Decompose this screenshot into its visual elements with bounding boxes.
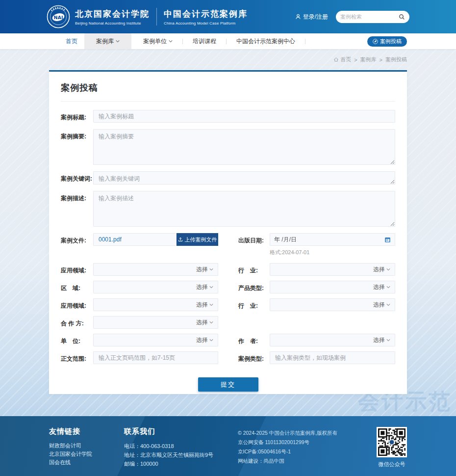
author-select[interactable]: 选择 [270,334,395,346]
application-field2-label: 应用领域: [61,298,93,311]
qr-code [378,428,405,456]
breadcrumb: 首页 > 案例库 > 案例投稿 [49,49,407,70]
svg-text:NAI: NAI [54,15,63,20]
chevron-down-icon [209,285,213,289]
case-abstract-label: 案例摘要: [61,129,93,165]
nav-item-case-library[interactable]: 案例库 [84,33,131,49]
nav-item-case-units[interactable]: 案例单位 [139,33,177,49]
select-value: 选择 [373,301,385,309]
select-value: 选择 [196,265,208,274]
product-type-select[interactable]: 选择 [270,281,395,293]
product-type-label: 产品类型: [238,281,270,293]
org-name-zh: 北京国家会计学院 [75,8,150,20]
search-box [336,11,409,23]
contact-title: 联系我们 [124,427,238,436]
beian-icp[interactable]: 京ICP备:05004616号-1 [238,447,368,456]
submit-button[interactable]: 提交 [198,377,258,392]
select-value: 选择 [373,336,385,344]
industry-label: 行 业: [238,263,270,276]
select-value: 选择 [373,283,385,291]
contact-address: 地址：北京市顺义区天竺镇丽苑街9号 [124,450,238,459]
unit-select[interactable]: 选择 [93,334,218,346]
application-field-select[interactable]: 选择 [93,263,218,276]
publish-date-label: 出版日期: [238,233,270,246]
chevron-down-icon [386,267,390,271]
case-abstract-textarea[interactable] [93,129,395,165]
chevron-down-icon [386,285,390,289]
case-type-input[interactable] [270,351,395,364]
site-name-zh: 中国会计示范案例库 [164,8,248,20]
partner-select[interactable]: 选择 [93,316,218,329]
upload-icon [178,237,183,242]
case-keywords-label: 案例关键词: [61,171,93,185]
page-title: 案例投稿 [61,72,395,102]
application-field2-select[interactable]: 选择 [93,298,218,311]
chevron-down-icon [209,320,213,324]
case-description-label: 案例描述: [61,191,93,227]
wechat-qr-caption: 微信公众号 [379,461,405,468]
nav-item-training[interactable]: 培训课程 [189,33,220,49]
partner-label: 合 作 方: [61,316,93,329]
industry-select[interactable]: 选择 [270,263,395,276]
contact-phone: 电话：400-063-0318 [124,442,238,450]
unit-label: 单 位: [61,334,93,346]
login-register-link[interactable]: 登录/注册 [295,13,328,21]
nav-item-home[interactable]: 首页 [59,33,84,49]
breadcrumb-home[interactable]: 首页 [333,56,351,63]
case-type-label: 案例类型: [238,351,270,364]
case-submit-form: 案例标题: 案例摘要: 案例关键词: 案例描述: 案例文件: 上传案例文件 [61,102,395,392]
page-range-label: 正文范围: [61,351,93,364]
calendar-icon[interactable] [384,237,391,243]
site-builder[interactable]: 网站建设：尚品中国 [238,456,368,466]
case-keywords-textarea[interactable] [93,171,395,185]
beian-psb[interactable]: 京公网安备 11011302001299号 [238,438,368,447]
nav-units-label: 案例单位 [143,37,167,46]
author-label: 作 者: [238,334,270,346]
search-icon[interactable] [399,14,405,20]
nav-divider [182,39,183,44]
select-value: 选择 [373,265,385,274]
nav-divider [226,39,227,44]
breadcrumb-case-library[interactable]: 案例库 [360,56,377,63]
chevron-down-icon [386,338,390,342]
brand-divider [156,8,157,26]
org-name-en: Beijing National Accounting Institute [75,21,150,26]
chevron-down-icon [209,303,213,307]
institute-logo-icon: NAI [47,5,70,28]
contact-zip: 邮编：100000 [124,459,238,468]
chevron-down-icon [209,267,213,271]
nav-item-case-center[interactable]: 中国会计示范案例中心 [232,33,299,49]
footer-link-bnai[interactable]: 北京国家会计学院 [49,450,124,458]
case-submit-pill-button[interactable]: 案例投稿 [367,36,407,47]
upload-case-file-button[interactable]: 上传案例文件 [177,233,218,246]
footer-link-online[interactable]: 国会在线 [49,458,124,467]
search-input[interactable] [340,14,399,20]
site-name-en: China Accounting Model Case Platform [164,21,248,26]
wechat-qr-code [377,427,407,457]
chevron-down-icon [386,303,390,307]
breadcrumb-separator: > [380,57,382,63]
footer-link-mof[interactable]: 财政部会计司 [49,442,124,450]
copyright-text: © 2024-2025 中国会计示范案例库,版权所有 [238,428,368,438]
breadcrumb-current: 案例投稿 [385,56,407,63]
page-range-input[interactable] [93,351,218,364]
case-submit-pill-label: 案例投稿 [380,38,402,45]
chevron-down-icon [116,39,120,43]
case-title-input[interactable] [93,110,395,123]
nav-center-label: 中国会计示范案例中心 [236,37,295,46]
select-value: 选择 [196,318,208,327]
case-description-textarea[interactable] [93,191,395,227]
nav-divider [305,39,305,44]
select-value: 选择 [196,283,208,291]
nav-home-label: 首页 [66,37,77,46]
chevron-down-icon [209,338,213,342]
footer: 友情链接 财政部会计司 北京国家会计学院 国会在线 联系我们 电话：400-06… [0,416,456,476]
case-title-label: 案例标题: [61,110,93,123]
application-field-label: 应用领域: [61,263,93,276]
region-select[interactable]: 选择 [93,281,218,293]
industry2-select[interactable]: 选择 [270,298,395,311]
publish-date-input[interactable]: 年 /月/日 [270,233,395,246]
case-file-name-field[interactable] [93,233,177,246]
login-register-label: 登录/注册 [303,13,328,21]
case-submit-card: 案例投稿 案例标题: 案例摘要: 案例关键词: 案例描述: 案例文件: [49,70,407,394]
